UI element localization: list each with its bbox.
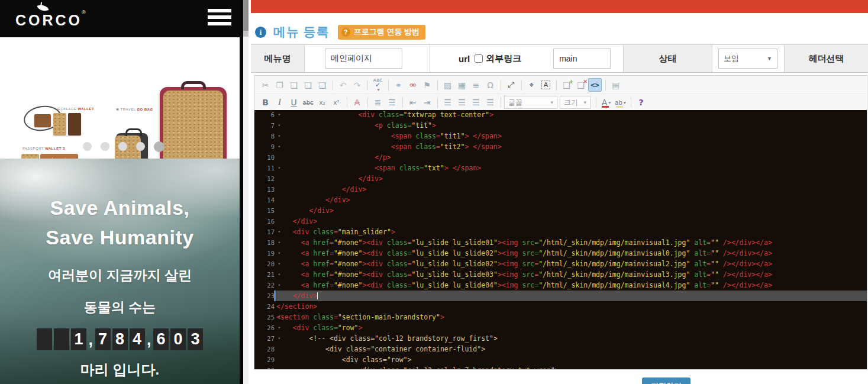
- code-line-9[interactable]: 9▾<span class="tit2"> </span>: [254, 141, 867, 152]
- undo-icon[interactable]: ↶: [336, 78, 350, 92]
- find-replace-icon[interactable]: ⌖: [525, 78, 538, 92]
- code-line-28[interactable]: 28<div class="container container-fluid"…: [254, 344, 867, 354]
- fold-arrow-icon[interactable]: ▾: [278, 227, 280, 237]
- code-line-13[interactable]: 13</div>: [254, 184, 867, 195]
- code-line-18[interactable]: 18▾<a href="#none"><div class="lu_slide …: [254, 237, 867, 248]
- tag-remove-icon[interactable]: ❑✕: [574, 78, 588, 92]
- italic-icon[interactable]: I: [273, 96, 286, 109]
- font-family-select[interactable]: 글꼴▾: [504, 96, 557, 109]
- program-link-help-button[interactable]: ? 프로그램 연동 방법: [338, 25, 425, 40]
- fold-arrow-icon[interactable]: ▾: [278, 333, 280, 344]
- fold-arrow-icon[interactable]: ▾: [278, 120, 280, 131]
- corco-logo[interactable]: CORCO ®: [15, 4, 92, 34]
- source-button[interactable]: <>: [588, 78, 602, 92]
- code-line-12[interactable]: 12</div>: [254, 173, 867, 184]
- underline-icon[interactable]: U: [287, 96, 301, 109]
- link-icon[interactable]: ⚭: [392, 78, 405, 92]
- code-line-19[interactable]: 19▾<a href="#none"><div class="lu_slide …: [254, 248, 867, 259]
- toolbar-separator: [556, 80, 557, 91]
- slider-dot[interactable]: [136, 142, 145, 151]
- fold-arrow-icon[interactable]: ▾: [278, 141, 280, 152]
- align-left-icon[interactable]: ☰: [441, 96, 454, 109]
- code-line-21[interactable]: 21▾<a href="#none"><div class="lu_slide …: [254, 269, 867, 280]
- preview-scrollbar[interactable]: [243, 0, 249, 384]
- slider-dot[interactable]: [101, 142, 109, 151]
- fold-arrow-icon[interactable]: ▾: [278, 163, 280, 173]
- spellcheck-icon[interactable]: ABC✓▾: [371, 78, 385, 92]
- ordered-list-icon[interactable]: ≣: [371, 96, 385, 109]
- code-line-10[interactable]: 10</p>: [254, 152, 867, 163]
- cut-icon[interactable]: ✂: [259, 78, 272, 92]
- fold-arrow-icon[interactable]: ▾: [278, 280, 280, 291]
- fold-arrow-icon[interactable]: ▾: [278, 312, 280, 322]
- subscript-icon[interactable]: x₂: [315, 96, 329, 109]
- anchor-flag-icon[interactable]: ⚑: [420, 78, 434, 92]
- code-line-11[interactable]: 11▾<span class="txt"> </span>: [254, 163, 867, 173]
- code-line-8[interactable]: 8▾<span class="tit1"> </span>: [254, 131, 867, 141]
- fold-arrow-icon[interactable]: ▾: [278, 269, 280, 280]
- redo-icon[interactable]: ↷: [350, 78, 364, 92]
- bold-icon[interactable]: B: [259, 96, 272, 109]
- fold-arrow-icon[interactable]: ▾: [278, 237, 280, 248]
- code-line-16[interactable]: 16</div>: [254, 216, 867, 227]
- remove-format-icon[interactable]: A: [350, 96, 364, 109]
- paste-text-icon[interactable]: ❑: [301, 78, 315, 92]
- outdent-icon[interactable]: ⇤: [406, 96, 420, 109]
- menu-name-input[interactable]: [325, 49, 402, 69]
- copy-icon[interactable]: ❐: [273, 78, 286, 92]
- fold-arrow-icon[interactable]: ▾: [278, 131, 280, 141]
- slider-dot[interactable]: [118, 142, 127, 151]
- status-select[interactable]: 보임 ▼: [718, 49, 777, 69]
- code-line-30[interactable]: 30<div class="col-12 col-lg-7 brandstory…: [254, 365, 867, 369]
- paste-icon[interactable]: ❑: [287, 78, 301, 92]
- code-line-25[interactable]: 25▾<section class="section-main-brandsto…: [254, 312, 867, 322]
- slider-dot[interactable]: [154, 141, 164, 152]
- align-justify-icon[interactable]: ☰: [483, 96, 497, 109]
- unlink-icon[interactable]: ⚮: [406, 78, 420, 92]
- fold-arrow-icon[interactable]: ▾: [278, 322, 280, 333]
- code-line-14[interactable]: 14</div>: [254, 195, 867, 205]
- slider-dot[interactable]: [83, 142, 92, 151]
- toolbar-separator: [596, 97, 596, 108]
- code-line-17[interactable]: 17▾<div class="main_slider">: [254, 227, 867, 237]
- special-char-icon[interactable]: Ω: [483, 78, 497, 92]
- code-line-23[interactable]: 23</div>: [254, 291, 867, 301]
- font-size-select[interactable]: 크기▾: [560, 96, 591, 109]
- code-line-6[interactable]: 6▾<div class="txtwrap text-center">: [254, 110, 867, 120]
- select-all-icon[interactable]: A: [539, 78, 553, 92]
- bg-color-icon[interactable]: ab▾: [614, 96, 627, 109]
- external-link-checkbox[interactable]: [475, 54, 483, 63]
- product-slider[interactable]: NECKLACE WALLET ✱ TRAVEL GO BAG PASSPORT…: [0, 37, 240, 159]
- horizontal-rule-icon[interactable]: ≡: [469, 78, 483, 92]
- fold-arrow-icon[interactable]: ▾: [278, 248, 280, 259]
- maximize-icon[interactable]: ⤢: [504, 78, 518, 92]
- indent-icon[interactable]: ⇥: [420, 96, 434, 109]
- text-color-icon[interactable]: A▾: [599, 96, 613, 109]
- scrollbar-thumb[interactable]: [243, 0, 249, 31]
- bullet-list-icon[interactable]: ☰: [385, 96, 399, 109]
- code-line-7[interactable]: 7▾<p class="tit">: [254, 120, 867, 131]
- strike-icon[interactable]: abc: [301, 96, 315, 109]
- code-line-24[interactable]: 24</section>: [254, 301, 867, 312]
- paste-word-icon[interactable]: ❑: [315, 78, 329, 92]
- fold-arrow-icon[interactable]: ▾: [278, 259, 280, 269]
- code-line-26[interactable]: 26▾<div class="row">: [254, 322, 867, 333]
- image-icon[interactable]: ▨: [441, 78, 454, 92]
- tag-insert-icon[interactable]: ❑+: [560, 78, 573, 92]
- code-line-22[interactable]: 22▾<a href="#none"><div class="lu_slide …: [254, 280, 867, 291]
- fold-arrow-icon[interactable]: ▾: [278, 110, 280, 120]
- align-right-icon[interactable]: ☰: [469, 96, 483, 109]
- code-line-29[interactable]: 29<div class="row">: [254, 354, 867, 365]
- code-line-27[interactable]: 27▾<!-- <div class="col-12 brandstory_ro…: [254, 333, 867, 344]
- code-line-15[interactable]: 15</div>: [254, 205, 867, 216]
- code-line-20[interactable]: 20▾<a href="#none"><div class="lu_slide …: [254, 259, 867, 269]
- hamburger-menu-icon[interactable]: [208, 9, 231, 27]
- superscript-icon[interactable]: x²: [330, 96, 343, 109]
- about-help-icon[interactable]: ?: [634, 96, 648, 109]
- save-button[interactable]: 저장하기: [642, 377, 690, 384]
- table-icon[interactable]: ▦: [455, 78, 469, 92]
- align-center-icon[interactable]: ☰: [455, 96, 469, 109]
- print-icon[interactable]: ▤: [609, 78, 622, 92]
- source-code-area[interactable]: 6▾<div class="txtwrap text-center">7▾<p …: [254, 110, 867, 369]
- url-input[interactable]: [553, 49, 611, 69]
